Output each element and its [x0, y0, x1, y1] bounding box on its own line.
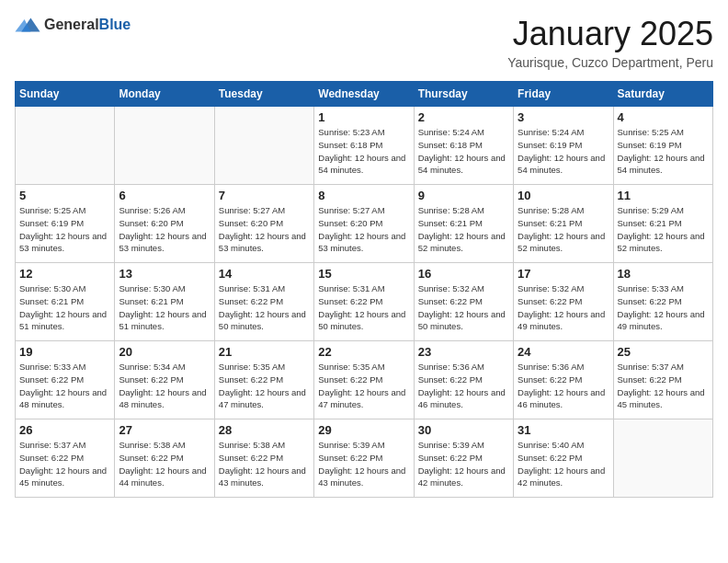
day-number: 1	[318, 110, 409, 124]
day-number: 13	[119, 267, 210, 281]
day-number: 18	[618, 267, 709, 281]
day-info: Sunrise: 5:40 AMSunset: 6:22 PMDaylight:…	[518, 439, 609, 489]
month-title: January 2025	[507, 15, 713, 53]
day-number: 29	[318, 423, 409, 437]
day-number: 27	[119, 423, 210, 437]
calendar-cell-1: 1Sunrise: 5:23 AMSunset: 6:18 PMDaylight…	[314, 107, 414, 185]
day-number: 3	[518, 110, 609, 124]
day-info: Sunrise: 5:37 AMSunset: 6:22 PMDaylight:…	[618, 361, 709, 411]
weekday-header-sunday: Sunday	[16, 82, 115, 107]
day-number: 16	[418, 267, 509, 281]
day-number: 7	[219, 189, 310, 202]
calendar-cell-17: 17Sunrise: 5:32 AMSunset: 6:22 PMDayligh…	[514, 263, 613, 341]
calendar-cell-22: 22Sunrise: 5:35 AMSunset: 6:22 PMDayligh…	[314, 341, 414, 419]
day-info: Sunrise: 5:38 AMSunset: 6:22 PMDaylight:…	[119, 439, 210, 489]
day-number: 9	[418, 189, 509, 202]
day-number: 19	[19, 345, 110, 359]
calendar-cell-18: 18Sunrise: 5:33 AMSunset: 6:22 PMDayligh…	[613, 263, 712, 341]
day-info: Sunrise: 5:29 AMSunset: 6:21 PMDaylight:…	[618, 204, 709, 255]
calendar-cell-6: 6Sunrise: 5:26 AMSunset: 6:20 PMDaylight…	[115, 185, 214, 263]
day-number: 17	[518, 267, 609, 281]
day-info: Sunrise: 5:31 AMSunset: 6:22 PMDaylight:…	[318, 282, 409, 333]
calendar-cell-10: 10Sunrise: 5:28 AMSunset: 6:21 PMDayligh…	[514, 185, 613, 263]
weekday-header-monday: Monday	[115, 82, 214, 107]
page-header: GeneralBlue January 2025 Yaurisque, Cuzc…	[15, 15, 713, 70]
location: Yaurisque, Cuzco Department, Peru	[507, 55, 713, 70]
week-row-5: 26Sunrise: 5:37 AMSunset: 6:22 PMDayligh…	[16, 419, 713, 498]
day-number: 25	[618, 345, 709, 359]
day-info: Sunrise: 5:27 AMSunset: 6:20 PMDaylight:…	[219, 204, 310, 255]
day-info: Sunrise: 5:34 AMSunset: 6:22 PMDaylight:…	[119, 361, 210, 411]
calendar: SundayMondayTuesdayWednesdayThursdayFrid…	[15, 81, 713, 498]
calendar-cell-empty	[16, 107, 115, 185]
calendar-cell-16: 16Sunrise: 5:32 AMSunset: 6:22 PMDayligh…	[414, 263, 513, 341]
day-info: Sunrise: 5:25 AMSunset: 6:19 PMDaylight:…	[19, 204, 110, 255]
day-number: 21	[219, 345, 310, 359]
day-number: 5	[19, 189, 110, 202]
weekday-header-friday: Friday	[514, 82, 613, 107]
day-info: Sunrise: 5:32 AMSunset: 6:22 PMDaylight:…	[418, 282, 509, 333]
day-info: Sunrise: 5:30 AMSunset: 6:21 PMDaylight:…	[119, 282, 210, 333]
day-info: Sunrise: 5:28 AMSunset: 6:21 PMDaylight:…	[518, 204, 609, 255]
day-info: Sunrise: 5:24 AMSunset: 6:19 PMDaylight:…	[518, 126, 609, 177]
day-number: 24	[518, 345, 609, 359]
day-number: 14	[219, 267, 310, 281]
logo-icon	[15, 15, 40, 35]
day-number: 4	[618, 110, 709, 124]
day-info: Sunrise: 5:25 AMSunset: 6:19 PMDaylight:…	[618, 126, 709, 177]
calendar-cell-7: 7Sunrise: 5:27 AMSunset: 6:20 PMDaylight…	[214, 185, 313, 263]
title-block: January 2025 Yaurisque, Cuzco Department…	[507, 15, 713, 70]
day-number: 31	[518, 423, 609, 437]
week-row-4: 19Sunrise: 5:33 AMSunset: 6:22 PMDayligh…	[16, 341, 713, 419]
day-info: Sunrise: 5:33 AMSunset: 6:22 PMDaylight:…	[618, 282, 709, 333]
logo-general: General	[44, 17, 99, 32]
weekday-header-tuesday: Tuesday	[214, 82, 313, 107]
weekday-header-saturday: Saturday	[613, 82, 712, 107]
day-info: Sunrise: 5:36 AMSunset: 6:22 PMDaylight:…	[518, 361, 609, 411]
calendar-cell-empty	[613, 419, 712, 498]
day-number: 8	[318, 189, 409, 202]
day-number: 26	[19, 423, 110, 437]
day-number: 30	[418, 423, 509, 437]
day-number: 15	[318, 267, 409, 281]
day-info: Sunrise: 5:33 AMSunset: 6:22 PMDaylight:…	[19, 361, 110, 411]
calendar-cell-12: 12Sunrise: 5:30 AMSunset: 6:21 PMDayligh…	[16, 263, 115, 341]
calendar-cell-14: 14Sunrise: 5:31 AMSunset: 6:22 PMDayligh…	[214, 263, 313, 341]
calendar-cell-4: 4Sunrise: 5:25 AMSunset: 6:19 PMDaylight…	[613, 107, 712, 185]
calendar-cell-29: 29Sunrise: 5:39 AMSunset: 6:22 PMDayligh…	[314, 419, 414, 498]
day-number: 22	[318, 345, 409, 359]
calendar-cell-26: 26Sunrise: 5:37 AMSunset: 6:22 PMDayligh…	[16, 419, 115, 498]
day-info: Sunrise: 5:32 AMSunset: 6:22 PMDaylight:…	[518, 282, 609, 333]
calendar-cell-11: 11Sunrise: 5:29 AMSunset: 6:21 PMDayligh…	[613, 185, 712, 263]
calendar-cell-8: 8Sunrise: 5:27 AMSunset: 6:20 PMDaylight…	[314, 185, 414, 263]
calendar-cell-19: 19Sunrise: 5:33 AMSunset: 6:22 PMDayligh…	[16, 341, 115, 419]
calendar-cell-24: 24Sunrise: 5:36 AMSunset: 6:22 PMDayligh…	[514, 341, 613, 419]
calendar-cell-empty	[214, 107, 313, 185]
day-info: Sunrise: 5:26 AMSunset: 6:20 PMDaylight:…	[119, 204, 210, 255]
logo-blue: Blue	[99, 17, 131, 32]
calendar-cell-empty	[115, 107, 214, 185]
weekday-header-thursday: Thursday	[414, 82, 513, 107]
calendar-cell-23: 23Sunrise: 5:36 AMSunset: 6:22 PMDayligh…	[414, 341, 513, 419]
logo: GeneralBlue	[15, 15, 131, 35]
day-number: 10	[518, 189, 609, 202]
calendar-cell-15: 15Sunrise: 5:31 AMSunset: 6:22 PMDayligh…	[314, 263, 414, 341]
day-number: 28	[219, 423, 310, 437]
day-info: Sunrise: 5:31 AMSunset: 6:22 PMDaylight:…	[219, 282, 310, 333]
day-info: Sunrise: 5:38 AMSunset: 6:22 PMDaylight:…	[219, 439, 310, 489]
day-number: 11	[618, 189, 709, 202]
week-row-1: 1Sunrise: 5:23 AMSunset: 6:18 PMDaylight…	[16, 107, 713, 185]
weekday-header-wednesday: Wednesday	[314, 82, 414, 107]
calendar-cell-3: 3Sunrise: 5:24 AMSunset: 6:19 PMDaylight…	[514, 107, 613, 185]
calendar-cell-30: 30Sunrise: 5:39 AMSunset: 6:22 PMDayligh…	[414, 419, 513, 498]
day-info: Sunrise: 5:24 AMSunset: 6:18 PMDaylight:…	[418, 126, 509, 177]
day-info: Sunrise: 5:30 AMSunset: 6:21 PMDaylight:…	[19, 282, 110, 333]
calendar-cell-2: 2Sunrise: 5:24 AMSunset: 6:18 PMDaylight…	[414, 107, 513, 185]
week-row-2: 5Sunrise: 5:25 AMSunset: 6:19 PMDaylight…	[16, 185, 713, 263]
day-info: Sunrise: 5:39 AMSunset: 6:22 PMDaylight:…	[318, 439, 409, 489]
week-row-3: 12Sunrise: 5:30 AMSunset: 6:21 PMDayligh…	[16, 263, 713, 341]
calendar-cell-25: 25Sunrise: 5:37 AMSunset: 6:22 PMDayligh…	[613, 341, 712, 419]
calendar-cell-21: 21Sunrise: 5:35 AMSunset: 6:22 PMDayligh…	[214, 341, 313, 419]
day-info: Sunrise: 5:35 AMSunset: 6:22 PMDaylight:…	[219, 361, 310, 411]
day-number: 6	[119, 189, 210, 202]
